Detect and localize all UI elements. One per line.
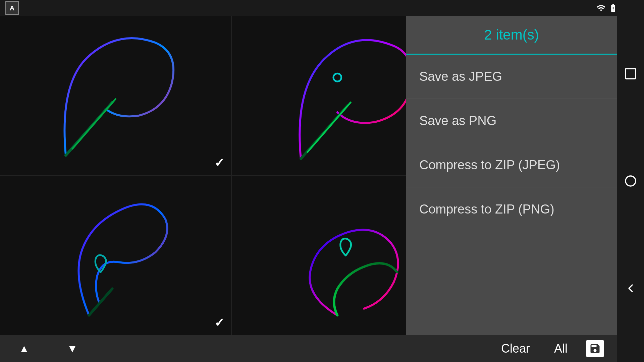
- window-icon[interactable]: [622, 65, 639, 82]
- main-content-grid: ✓: [0, 16, 463, 335]
- battery-icon: [608, 3, 618, 13]
- status-bar: A 6:40: [0, 0, 644, 16]
- right-nav-bar: [617, 0, 644, 362]
- all-button[interactable]: All: [549, 339, 573, 358]
- toolbar-nav: ▲ ▼: [13, 340, 83, 358]
- toolbar-actions: Clear All: [496, 339, 604, 358]
- app-icon: A: [5, 1, 19, 15]
- checkmark-3: ✓: [214, 316, 224, 330]
- compress-zip-jpeg-option[interactable]: Compress to ZIP (JPEG): [406, 143, 617, 187]
- grid-cell-3[interactable]: ✓: [0, 176, 231, 335]
- save-icon-button[interactable]: [586, 340, 604, 357]
- items-count: 2 item(s): [484, 27, 539, 43]
- save-png-option[interactable]: Save as PNG: [406, 99, 617, 143]
- back-icon[interactable]: [622, 280, 639, 297]
- context-menu-header: 2 item(s): [406, 16, 617, 55]
- clear-button[interactable]: Clear: [496, 339, 535, 358]
- svg-point-2: [626, 176, 636, 186]
- save-jpeg-option[interactable]: Save as JPEG: [406, 55, 617, 99]
- svg-point-0: [333, 73, 341, 81]
- bottom-toolbar: ▲ ▼ Clear All: [0, 335, 617, 362]
- context-menu: 2 item(s) Save as JPEG Save as PNG Compr…: [406, 16, 617, 335]
- scroll-up-button[interactable]: ▲: [13, 340, 35, 358]
- compress-zip-png-option[interactable]: Compress to ZIP (PNG): [406, 187, 617, 231]
- home-icon[interactable]: [622, 173, 639, 189]
- signal-icon: [596, 3, 606, 13]
- checkmark-1: ✓: [214, 156, 224, 170]
- grid-cell-1[interactable]: ✓: [0, 16, 231, 175]
- status-bar-left: A: [5, 1, 19, 15]
- scroll-down-button[interactable]: ▼: [62, 340, 83, 358]
- svg-rect-1: [626, 69, 636, 79]
